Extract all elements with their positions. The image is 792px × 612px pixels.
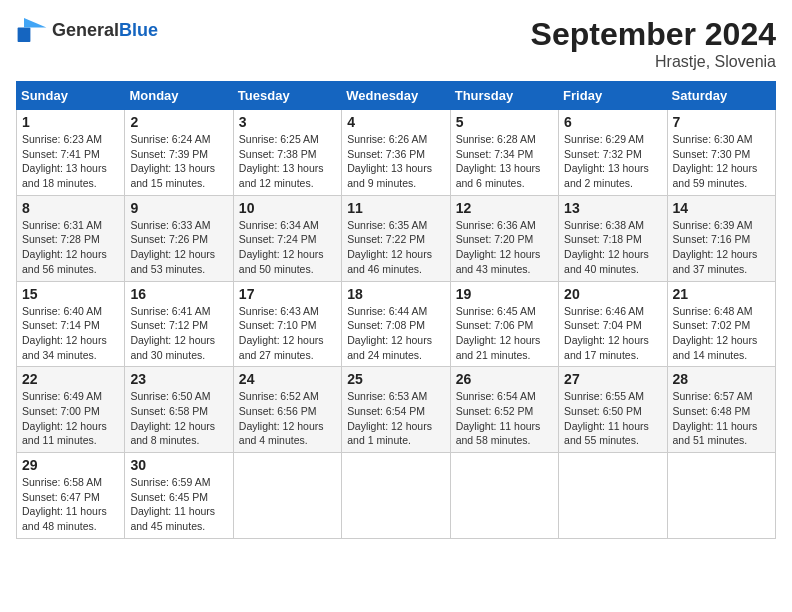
table-cell: 28Sunrise: 6:57 AMSunset: 6:48 PMDayligh… [667, 367, 775, 453]
day-number: 8 [22, 200, 119, 216]
day-number: 12 [456, 200, 553, 216]
day-number: 25 [347, 371, 444, 387]
header-friday: Friday [559, 82, 667, 110]
day-info: Sunrise: 6:24 AMSunset: 7:39 PMDaylight:… [130, 133, 215, 189]
day-info: Sunrise: 6:31 AMSunset: 7:28 PMDaylight:… [22, 219, 107, 275]
day-info: Sunrise: 6:39 AMSunset: 7:16 PMDaylight:… [673, 219, 758, 275]
day-info: Sunrise: 6:44 AMSunset: 7:08 PMDaylight:… [347, 305, 432, 361]
day-number: 30 [130, 457, 227, 473]
day-info: Sunrise: 6:29 AMSunset: 7:32 PMDaylight:… [564, 133, 649, 189]
day-number: 13 [564, 200, 661, 216]
table-cell: 26Sunrise: 6:54 AMSunset: 6:52 PMDayligh… [450, 367, 558, 453]
day-info: Sunrise: 6:58 AMSunset: 6:47 PMDaylight:… [22, 476, 107, 532]
table-cell: 27Sunrise: 6:55 AMSunset: 6:50 PMDayligh… [559, 367, 667, 453]
weekday-header-row: Sunday Monday Tuesday Wednesday Thursday… [17, 82, 776, 110]
day-info: Sunrise: 6:55 AMSunset: 6:50 PMDaylight:… [564, 390, 649, 446]
table-cell [450, 453, 558, 539]
day-info: Sunrise: 6:33 AMSunset: 7:26 PMDaylight:… [130, 219, 215, 275]
day-info: Sunrise: 6:30 AMSunset: 7:30 PMDaylight:… [673, 133, 758, 189]
day-info: Sunrise: 6:57 AMSunset: 6:48 PMDaylight:… [673, 390, 758, 446]
day-number: 27 [564, 371, 661, 387]
table-cell: 25Sunrise: 6:53 AMSunset: 6:54 PMDayligh… [342, 367, 450, 453]
day-number: 16 [130, 286, 227, 302]
table-cell: 1Sunrise: 6:23 AMSunset: 7:41 PMDaylight… [17, 110, 125, 196]
day-info: Sunrise: 6:38 AMSunset: 7:18 PMDaylight:… [564, 219, 649, 275]
day-info: Sunrise: 6:50 AMSunset: 6:58 PMDaylight:… [130, 390, 215, 446]
day-number: 22 [22, 371, 119, 387]
day-info: Sunrise: 6:41 AMSunset: 7:12 PMDaylight:… [130, 305, 215, 361]
table-cell: 20Sunrise: 6:46 AMSunset: 7:04 PMDayligh… [559, 281, 667, 367]
table-cell: 8Sunrise: 6:31 AMSunset: 7:28 PMDaylight… [17, 195, 125, 281]
week-row-1: 1Sunrise: 6:23 AMSunset: 7:41 PMDaylight… [17, 110, 776, 196]
header-wednesday: Wednesday [342, 82, 450, 110]
logo: GeneralBlue [16, 16, 158, 44]
day-number: 28 [673, 371, 770, 387]
day-number: 5 [456, 114, 553, 130]
location-title: Hrastje, Slovenia [531, 53, 776, 71]
day-info: Sunrise: 6:26 AMSunset: 7:36 PMDaylight:… [347, 133, 432, 189]
day-info: Sunrise: 6:43 AMSunset: 7:10 PMDaylight:… [239, 305, 324, 361]
day-number: 29 [22, 457, 119, 473]
day-info: Sunrise: 6:25 AMSunset: 7:38 PMDaylight:… [239, 133, 324, 189]
header-thursday: Thursday [450, 82, 558, 110]
page-header: GeneralBlue September 2024 Hrastje, Slov… [16, 16, 776, 71]
table-cell [233, 453, 341, 539]
day-info: Sunrise: 6:23 AMSunset: 7:41 PMDaylight:… [22, 133, 107, 189]
table-cell [667, 453, 775, 539]
day-number: 10 [239, 200, 336, 216]
week-row-5: 29Sunrise: 6:58 AMSunset: 6:47 PMDayligh… [17, 453, 776, 539]
day-number: 26 [456, 371, 553, 387]
calendar-table: Sunday Monday Tuesday Wednesday Thursday… [16, 81, 776, 539]
table-cell: 19Sunrise: 6:45 AMSunset: 7:06 PMDayligh… [450, 281, 558, 367]
day-info: Sunrise: 6:54 AMSunset: 6:52 PMDaylight:… [456, 390, 541, 446]
table-cell: 18Sunrise: 6:44 AMSunset: 7:08 PMDayligh… [342, 281, 450, 367]
day-number: 1 [22, 114, 119, 130]
day-number: 23 [130, 371, 227, 387]
title-section: September 2024 Hrastje, Slovenia [531, 16, 776, 71]
table-cell: 17Sunrise: 6:43 AMSunset: 7:10 PMDayligh… [233, 281, 341, 367]
header-monday: Monday [125, 82, 233, 110]
logo-blue: Blue [119, 20, 158, 40]
table-cell: 23Sunrise: 6:50 AMSunset: 6:58 PMDayligh… [125, 367, 233, 453]
day-info: Sunrise: 6:36 AMSunset: 7:20 PMDaylight:… [456, 219, 541, 275]
table-cell: 15Sunrise: 6:40 AMSunset: 7:14 PMDayligh… [17, 281, 125, 367]
table-cell: 10Sunrise: 6:34 AMSunset: 7:24 PMDayligh… [233, 195, 341, 281]
table-cell: 4Sunrise: 6:26 AMSunset: 7:36 PMDaylight… [342, 110, 450, 196]
table-cell: 2Sunrise: 6:24 AMSunset: 7:39 PMDaylight… [125, 110, 233, 196]
week-row-4: 22Sunrise: 6:49 AMSunset: 7:00 PMDayligh… [17, 367, 776, 453]
month-title: September 2024 [531, 16, 776, 53]
table-cell: 11Sunrise: 6:35 AMSunset: 7:22 PMDayligh… [342, 195, 450, 281]
table-cell: 30Sunrise: 6:59 AMSunset: 6:45 PMDayligh… [125, 453, 233, 539]
day-info: Sunrise: 6:52 AMSunset: 6:56 PMDaylight:… [239, 390, 324, 446]
day-number: 14 [673, 200, 770, 216]
day-info: Sunrise: 6:53 AMSunset: 6:54 PMDaylight:… [347, 390, 432, 446]
day-info: Sunrise: 6:34 AMSunset: 7:24 PMDaylight:… [239, 219, 324, 275]
day-info: Sunrise: 6:45 AMSunset: 7:06 PMDaylight:… [456, 305, 541, 361]
day-number: 19 [456, 286, 553, 302]
day-info: Sunrise: 6:28 AMSunset: 7:34 PMDaylight:… [456, 133, 541, 189]
header-sunday: Sunday [17, 82, 125, 110]
day-number: 15 [22, 286, 119, 302]
day-number: 21 [673, 286, 770, 302]
table-cell [342, 453, 450, 539]
day-info: Sunrise: 6:49 AMSunset: 7:00 PMDaylight:… [22, 390, 107, 446]
table-cell: 24Sunrise: 6:52 AMSunset: 6:56 PMDayligh… [233, 367, 341, 453]
svg-marker-1 [24, 18, 46, 28]
table-cell: 16Sunrise: 6:41 AMSunset: 7:12 PMDayligh… [125, 281, 233, 367]
table-cell: 22Sunrise: 6:49 AMSunset: 7:00 PMDayligh… [17, 367, 125, 453]
day-number: 4 [347, 114, 444, 130]
table-cell: 12Sunrise: 6:36 AMSunset: 7:20 PMDayligh… [450, 195, 558, 281]
week-row-2: 8Sunrise: 6:31 AMSunset: 7:28 PMDaylight… [17, 195, 776, 281]
week-row-3: 15Sunrise: 6:40 AMSunset: 7:14 PMDayligh… [17, 281, 776, 367]
table-cell [559, 453, 667, 539]
day-info: Sunrise: 6:40 AMSunset: 7:14 PMDaylight:… [22, 305, 107, 361]
table-cell: 3Sunrise: 6:25 AMSunset: 7:38 PMDaylight… [233, 110, 341, 196]
table-cell: 14Sunrise: 6:39 AMSunset: 7:16 PMDayligh… [667, 195, 775, 281]
day-number: 6 [564, 114, 661, 130]
logo-general: General [52, 20, 119, 40]
day-number: 24 [239, 371, 336, 387]
table-cell: 9Sunrise: 6:33 AMSunset: 7:26 PMDaylight… [125, 195, 233, 281]
day-info: Sunrise: 6:59 AMSunset: 6:45 PMDaylight:… [130, 476, 215, 532]
day-number: 17 [239, 286, 336, 302]
day-number: 11 [347, 200, 444, 216]
